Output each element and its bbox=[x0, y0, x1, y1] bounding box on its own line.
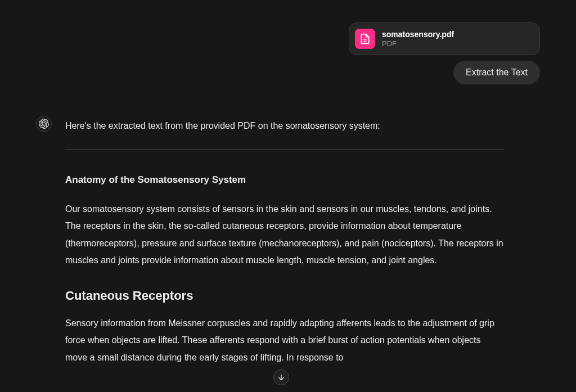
file-meta: somatosensory.pdf PDF bbox=[382, 30, 454, 48]
file-type: PDF bbox=[382, 39, 454, 48]
scroll-to-bottom-button[interactable] bbox=[273, 370, 289, 385]
section-title-anatomy: Anatomy of the Somatosensory System bbox=[65, 172, 504, 188]
divider bbox=[65, 149, 504, 150]
conversation-container: somatosensory.pdf PDF Extract the Text H… bbox=[0, 0, 576, 382]
section-heading-cutaneous: Cutaneous Receptors bbox=[65, 285, 504, 306]
user-message-text: Extract the Text bbox=[466, 67, 528, 77]
section-body-anatomy: Our somatosensory system consists of sen… bbox=[65, 201, 504, 269]
assistant-avatar-icon bbox=[36, 116, 52, 132]
assistant-intro: Here's the extracted text from the provi… bbox=[65, 118, 504, 133]
assistant-turn: Here's the extracted text from the provi… bbox=[36, 118, 540, 382]
arrow-down-icon bbox=[277, 373, 286, 382]
user-message: Extract the Text bbox=[453, 61, 540, 84]
user-turn: somatosensory.pdf PDF Extract the Text bbox=[36, 22, 540, 84]
file-icon bbox=[355, 29, 375, 49]
assistant-content: Here's the extracted text from the provi… bbox=[65, 118, 504, 382]
file-name: somatosensory.pdf bbox=[382, 30, 454, 39]
file-attachment[interactable]: somatosensory.pdf PDF bbox=[349, 22, 540, 55]
section-body-cutaneous: Sensory information from Meissner corpus… bbox=[65, 315, 504, 366]
